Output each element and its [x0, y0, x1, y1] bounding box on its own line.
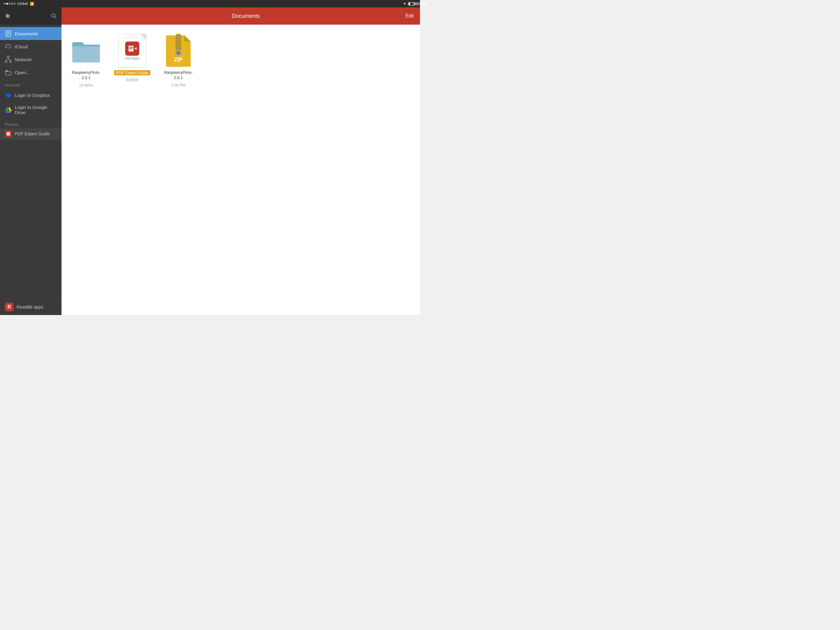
sidebar-footer: R Readdle apps — [0, 299, 62, 315]
edit-button[interactable]: Edit — [405, 13, 414, 19]
wifi-icon: 📶 — [30, 2, 34, 6]
svg-rect-21 — [175, 40, 178, 42]
dropbox-icon — [5, 92, 12, 98]
search-button[interactable] — [51, 13, 57, 19]
file-item-pdf[interactable]: PDF Expert PDF Expert Guide 6/28/16 — [114, 34, 151, 82]
svg-point-30 — [177, 51, 180, 54]
sidebar-item-dropbox[interactable]: Login to Dropbox — [0, 89, 62, 101]
svg-rect-8 — [10, 61, 12, 63]
svg-rect-19 — [175, 38, 178, 40]
svg-rect-28 — [179, 47, 182, 49]
svg-line-1 — [55, 17, 56, 19]
pdf-meta: 6/28/16 — [126, 78, 138, 82]
svg-rect-6 — [7, 56, 9, 58]
zip-icon-wrap: ZIP — [163, 34, 194, 68]
file-item-zip[interactable]: ZIP RaspberryPints-2.0.1 3:33 PM — [160, 34, 197, 87]
zip-name: RaspberryPints-2.0.1 — [160, 70, 197, 81]
main-title: Documents — [232, 13, 260, 19]
sidebar: Documents iCloud — [0, 7, 62, 315]
sidebar-nav: Documents iCloud — [0, 25, 62, 299]
svg-rect-7 — [5, 61, 7, 63]
file-item-folder[interactable]: RaspberryPints-2.0.1 14 items — [68, 34, 104, 87]
svg-rect-17 — [175, 35, 178, 37]
readdle-label: Readdle apps — [17, 304, 43, 309]
folder-icon-wrap — [71, 34, 101, 68]
network-label: Network — [15, 57, 32, 62]
settings-button[interactable] — [4, 13, 11, 19]
pdf-doc-icon: PDF Expert — [118, 34, 146, 68]
folder-name: RaspberryPints-2.0.1 — [68, 70, 104, 81]
sidebar-item-documents[interactable]: Documents — [0, 27, 62, 40]
status-left: cricket 📶 — [4, 2, 34, 6]
googledrive-label: Login to Google Drive — [15, 104, 57, 115]
zip-icon: ZIP — [164, 34, 192, 68]
svg-rect-25 — [175, 45, 178, 47]
svg-rect-14 — [128, 46, 133, 51]
svg-rect-26 — [179, 45, 182, 47]
svg-text:ZIP: ZIP — [174, 57, 183, 63]
sidebar-item-googledrive[interactable]: Login to Google Drive — [0, 101, 62, 118]
pdf-name-highlight: PDF Expert Guide — [114, 70, 150, 75]
folder-icon — [71, 38, 101, 63]
recent-pdf-icon — [5, 130, 12, 137]
app-container: Documents iCloud — [0, 7, 420, 315]
carrier-label: cricket — [17, 2, 28, 6]
recents-section-label: Recents — [0, 118, 62, 128]
dropbox-label: Login to Dropbox — [15, 93, 50, 98]
icloud-label: iCloud — [15, 44, 28, 49]
status-right: ✦ — [403, 2, 416, 6]
svg-point-0 — [52, 14, 55, 17]
documents-icon — [5, 30, 12, 37]
recent-pdf-label: PDF Expert Guide — [15, 131, 50, 136]
sidebar-item-icloud[interactable]: iCloud — [0, 40, 62, 53]
open-icon — [5, 69, 12, 76]
pdf-icon-wrap: PDF Expert — [117, 34, 148, 68]
svg-rect-27 — [175, 47, 178, 49]
svg-rect-23 — [175, 43, 178, 44]
main-header: Documents Edit — [62, 7, 420, 25]
main-content: Documents Edit RaspberryPints-2.0.1 — [62, 7, 420, 315]
svg-marker-15 — [134, 47, 136, 50]
status-bar: cricket 📶 3:35 PM ✦ — [0, 0, 420, 7]
files-area: RaspberryPints-2.0.1 14 items — [62, 25, 420, 315]
zip-meta: 3:33 PM — [172, 83, 185, 87]
accounts-section-label: Accounts — [0, 79, 62, 89]
sidebar-item-network[interactable]: Network — [0, 53, 62, 66]
signal-icon — [4, 3, 15, 5]
pdf-inner-icon — [125, 41, 139, 56]
sidebar-toolbar — [0, 7, 62, 25]
open-label: Open... — [15, 70, 30, 75]
googledrive-icon — [5, 106, 12, 113]
recent-item-pdf[interactable]: PDF Expert Guide — [0, 128, 62, 140]
svg-rect-18 — [179, 35, 182, 37]
pdf-small-label: PDF Expert — [125, 57, 140, 60]
documents-label: Documents — [15, 31, 38, 36]
svg-rect-13 — [6, 132, 10, 135]
network-icon — [5, 56, 12, 63]
sidebar-item-open[interactable]: Open... — [0, 66, 62, 79]
icloud-icon — [5, 43, 12, 50]
folder-meta: 14 items — [79, 83, 93, 87]
readdle-icon: R — [5, 303, 14, 311]
svg-rect-22 — [179, 40, 182, 42]
bluetooth-icon: ✦ — [403, 2, 406, 6]
svg-rect-20 — [179, 38, 182, 40]
svg-rect-24 — [179, 43, 182, 44]
